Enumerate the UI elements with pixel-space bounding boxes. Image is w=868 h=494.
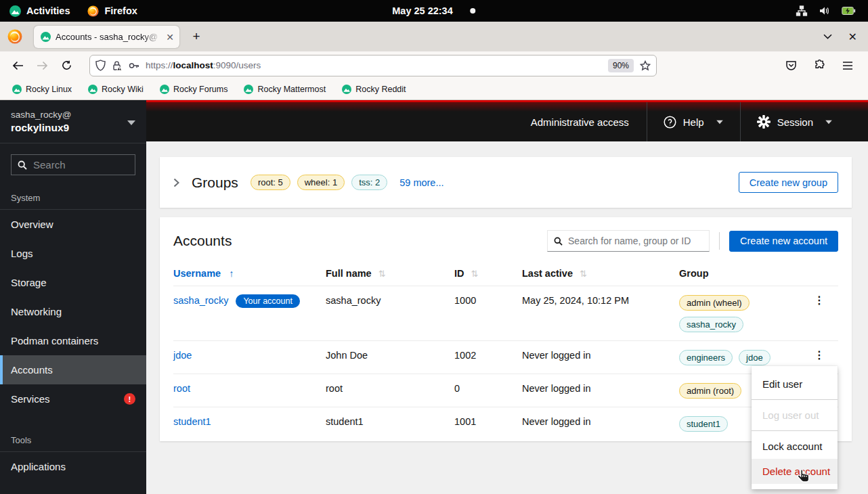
tracking-shield-icon[interactable] [95,60,106,71]
column-header-last-active[interactable]: Last active⇅ [522,263,679,286]
url-text: https://localhost:9090/users [146,60,602,70]
group-pill[interactable]: admin (wheel) [679,295,750,311]
app-menu-firefox[interactable]: Firefox [87,5,137,17]
bookmark-rocky-reddit[interactable]: Rocky Reddit [337,82,411,97]
group-badge-tss[interactable]: tss: 2 [351,175,387,190]
menu-item-lock-account[interactable]: Lock account [752,434,838,459]
activities-button[interactable]: Activities [9,5,70,17]
sidebar-item-accounts[interactable]: Accounts [0,355,146,384]
column-header-username[interactable]: Username↑ [173,263,326,286]
row-actions-kebab-icon[interactable]: ⋮ [806,295,833,306]
help-caret-icon [716,120,723,124]
bookmark-rocky-wiki[interactable]: Rocky Wiki [83,82,149,97]
accounts-table: Username↑ Full name⇅ ID⇅ Last active⇅ Gr… [173,263,838,440]
host-switcher[interactable]: sasha_rocky@ rockylinux9 [0,100,146,143]
list-all-tabs-icon[interactable] [823,34,832,39]
group-pill[interactable]: student1 [679,416,728,432]
services-alert-badge: ! [124,393,135,405]
accounts-search-input[interactable] [568,235,703,246]
sidebar-item-networking[interactable]: Networking [0,297,146,326]
column-header-id[interactable]: ID⇅ [454,263,522,286]
sidebar-item-logs[interactable]: Logs [0,239,146,268]
window-close-icon[interactable]: ✕ [848,30,857,43]
firefox-toolbar: https://localhost:9090/users 90% [0,51,868,79]
bookmark-rocky-forums[interactable]: Rocky Forums [154,82,234,97]
back-button[interactable] [7,55,28,76]
system-status-area[interactable] [796,5,868,16]
last-active-cell: May 25, 2024, 10:12 PM [522,286,679,341]
session-menu[interactable]: Session [740,102,868,141]
url-bar[interactable]: https://localhost:9090/users 90% [89,55,657,76]
accounts-title: Accounts [173,233,232,249]
username-link[interactable]: sasha_rocky [173,295,228,306]
group-pill[interactable]: engineers [679,350,733,365]
bookmark-star-icon[interactable] [640,60,651,71]
search-icon [554,237,563,246]
create-new-account-button[interactable]: Create new account [729,231,838,252]
menu-item-edit-user[interactable]: Edit user [752,372,838,397]
firefox-icon [87,5,99,17]
extensions-icon[interactable] [808,55,830,76]
row-actions-kebab-icon-open[interactable]: ⋮ [806,350,833,361]
accounts-search[interactable] [547,230,710,252]
rocky-logo-icon [9,5,21,17]
group-badge-root[interactable]: root: 5 [251,175,290,190]
group-pill[interactable]: admin (root) [679,383,741,399]
activities-label: Activities [26,5,70,16]
groups-more-link[interactable]: 59 more... [399,177,443,188]
group-pill[interactable]: jdoe [739,350,771,365]
host-caret-icon [127,120,135,125]
menu-divider [752,399,838,400]
menu-item-log-user-out: Log user out [752,403,838,428]
hamburger-menu-icon[interactable] [837,55,859,76]
sidebar-search[interactable] [11,154,135,175]
bookmark-favicon [244,85,253,94]
last-active-cell: Never logged in [522,407,679,441]
help-menu[interactable]: Help [647,102,740,141]
sidebar-item-podman-containers[interactable]: Podman containers [0,326,146,355]
id-cell: 0 [454,374,522,407]
menu-item-delete-account[interactable]: Delete account [752,459,838,484]
sidebar-search-input[interactable] [33,159,129,171]
sidebar-item-overview[interactable]: Overview [0,210,146,239]
username-link[interactable]: jdoe [173,350,192,361]
search-icon [18,160,27,170]
administrative-access-label[interactable]: Administrative access [513,102,647,141]
tab-favicon [41,32,51,42]
tab-close-icon[interactable]: ✕ [166,32,174,42]
saved-password-key-icon[interactable] [129,62,139,70]
host-name: rockylinux9 [11,122,135,134]
firefox-app-icon [0,29,30,44]
id-cell: 1001 [454,407,522,441]
sort-icon: ⇅ [580,269,587,279]
zoom-level-badge[interactable]: 90% [608,59,634,72]
cockpit-masthead: Administrative access Help Session [146,100,868,141]
accounts-panel: Accounts Create new account [160,217,852,441]
recording-indicator-dot [471,8,476,14]
reload-button[interactable] [56,55,77,76]
column-header-full-name[interactable]: Full name⇅ [326,263,454,286]
groups-panel: Groups root: 5 wheel: 1 tss: 2 59 more..… [160,157,852,208]
pocket-icon[interactable] [780,55,802,76]
bookmark-rocky-mattermost[interactable]: Rocky Mattermost [238,82,331,97]
sidebar-item-storage[interactable]: Storage [0,268,146,297]
clock[interactable]: May 25 22:34 [392,5,475,16]
sidebar-item-services[interactable]: Services ! [0,384,146,413]
full-name-cell: root [326,374,454,407]
nav-section-tools: Tools [0,428,146,452]
create-new-group-button[interactable]: Create new group [739,172,838,193]
username-link[interactable]: student1 [173,416,211,427]
sidebar-item-applications[interactable]: Applications [0,452,146,481]
connection-lock-warning-icon[interactable] [112,60,123,71]
sort-icon: ⇅ [471,269,479,279]
groups-expand-chevron-icon[interactable] [173,178,179,187]
username-link[interactable]: root [173,383,190,394]
new-tab-button[interactable]: + [187,27,206,46]
bookmark-rocky-linux[interactable]: Rocky Linux [7,82,77,97]
browser-tab[interactable]: Accounts - sasha_rocky@ ✕ [34,26,179,48]
group-pill[interactable]: sasha_rocky [679,317,743,332]
full-name-cell: student1 [326,407,454,441]
group-badge-wheel[interactable]: wheel: 1 [297,175,345,190]
forward-button[interactable] [31,55,53,76]
volume-icon [819,5,831,16]
